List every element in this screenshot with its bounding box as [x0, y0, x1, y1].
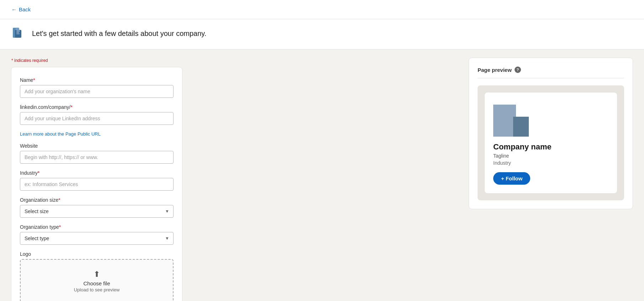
back-label: Back — [19, 6, 31, 12]
preview-industry: Industry — [493, 160, 608, 166]
required-note: * indicates required — [11, 58, 461, 63]
header-icon — [11, 25, 27, 42]
preview-inner: Company name Tagline Industry + Follow — [478, 85, 624, 200]
choose-file-text: Choose file — [26, 280, 167, 286]
org-size-field-group: Organization size* Select size 1-10 empl… — [20, 197, 174, 218]
preview-help-icon[interactable]: ? — [515, 67, 521, 73]
logo-label: Logo — [20, 251, 174, 257]
industry-input[interactable] — [20, 178, 174, 191]
follow-button[interactable]: + Follow — [493, 172, 530, 185]
back-link[interactable]: ← Back — [11, 6, 31, 12]
svg-rect-2 — [16, 28, 19, 30]
logo-upload-area[interactable]: ⬆︎ Choose file Upload to see preview — [20, 259, 174, 301]
header-title: Let's get started with a few details abo… — [32, 30, 206, 38]
preview-tagline: Tagline — [493, 153, 608, 159]
preview-company-card: Company name Tagline Industry + Follow — [485, 93, 617, 193]
header-section: Let's get started with a few details abo… — [0, 19, 644, 49]
logo-field-group: Logo ⬆︎ Choose file Upload to see previe… — [20, 251, 174, 301]
preview-company-name: Company name — [493, 142, 608, 152]
upload-sub-text: Upload to see preview — [26, 287, 167, 292]
linkedin-url-input[interactable] — [20, 112, 174, 125]
svg-rect-5 — [16, 33, 20, 34]
logo-rect-small — [513, 117, 529, 137]
org-size-label: Organization size* — [20, 197, 174, 203]
main-content: * indicates required Name* linkedin.com/… — [0, 49, 644, 301]
org-size-select[interactable]: Select size 1-10 employees 11-50 employe… — [20, 205, 174, 218]
org-type-field-group: Organization type* Select type Public co… — [20, 224, 174, 245]
industry-label: Industry* — [20, 170, 174, 176]
name-label: Name* — [20, 77, 174, 83]
org-type-select-wrapper: Select type Public company Privately hel… — [20, 232, 174, 245]
back-arrow-icon: ← — [11, 6, 17, 12]
logo-rect-big — [493, 105, 516, 137]
website-input[interactable] — [20, 151, 174, 164]
preview-logo-placeholder — [493, 101, 529, 137]
website-label: Website — [20, 143, 174, 149]
org-size-select-wrapper: Select size 1-10 employees 11-50 employe… — [20, 205, 174, 218]
form-card: Name* linkedin.com/company/* Learn more … — [11, 67, 182, 301]
industry-field-group: Industry* — [20, 170, 174, 191]
preview-label: Page preview — [478, 67, 512, 73]
org-type-label: Organization type* — [20, 224, 174, 230]
org-type-select[interactable]: Select type Public company Privately hel… — [20, 232, 174, 245]
linkedin-url-field-group: linkedin.com/company/* — [20, 104, 174, 125]
linkedin-url-label: linkedin.com/company/* — [20, 104, 174, 110]
upload-icon: ⬆︎ — [26, 270, 167, 279]
learn-more-link[interactable]: Learn more about the Page Public URL — [20, 131, 174, 137]
website-field-group: Website — [20, 143, 174, 164]
name-field-group: Name* — [20, 77, 174, 98]
name-input[interactable] — [20, 85, 174, 98]
preview-card: Page preview ? Company name Tagline Indu… — [469, 58, 633, 209]
svg-rect-3 — [16, 31, 20, 31]
preview-card-wrapper: Page preview ? Company name Tagline Indu… — [469, 58, 633, 209]
svg-rect-4 — [16, 32, 19, 33]
preview-card-header: Page preview ? — [478, 67, 624, 78]
